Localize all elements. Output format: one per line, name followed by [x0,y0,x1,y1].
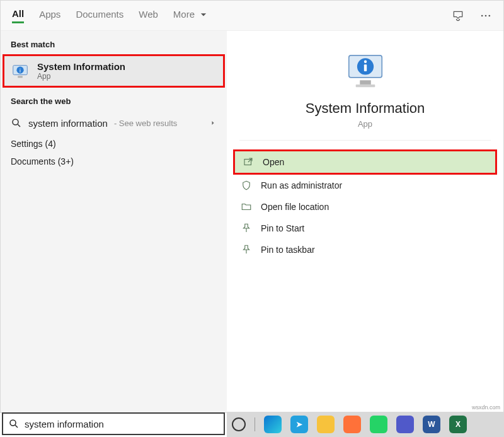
svg-line-8 [18,124,20,127]
taskbar-telegram-icon[interactable]: ➤ [290,416,308,433]
search-input[interactable] [25,419,219,429]
svg-point-11 [364,61,366,63]
search-web-heading: Search the web [1,88,227,111]
taskbar-explorer-icon[interactable] [317,416,335,433]
actions-list: Open Run as administrator Open file loca… [227,149,503,260]
taskbar-excel-icon[interactable]: X [449,416,467,433]
detail-subtitle: App [358,119,372,129]
tab-all[interactable]: All [12,8,24,23]
best-match-heading: Best match [1,31,227,54]
pin-icon [241,244,252,255]
chevron-down-icon [197,8,210,21]
svg-line-17 [15,425,18,428]
best-match-subtitle: App [37,72,125,81]
more-icon[interactable] [479,9,492,22]
svg-text:i: i [20,67,21,73]
taskbar-whatsapp-icon[interactable] [370,416,387,433]
detail-title: System Information [306,100,425,117]
action-label: Pin to Start [261,223,304,233]
svg-rect-14 [355,84,375,87]
taskbar-teams-icon[interactable] [396,416,414,433]
pin-icon [241,223,252,234]
system-information-icon: i [11,62,30,81]
feedback-icon[interactable] [452,9,464,22]
action-label: Open [263,157,284,167]
action-pin-to-taskbar[interactable]: Pin to taskbar [233,239,497,260]
action-label: Pin to taskbar [261,245,315,255]
svg-point-1 [485,15,487,16]
category-documents[interactable]: Documents (3+) [1,153,227,170]
windows-search-flyout: All Apps Documents Web More Best match i [0,0,504,413]
search-icon [8,418,20,429]
web-result-text: system information [28,118,108,129]
open-icon [243,156,254,168]
action-label: Run as administrator [261,180,342,190]
svg-rect-6 [18,76,23,78]
action-open-file-location[interactable]: Open file location [233,196,497,218]
results-list: Best match i System Information App Sear… [1,31,227,412]
tab-more[interactable]: More [173,8,210,23]
action-label: Open file location [261,202,329,212]
search-icon [11,117,22,129]
taskbar: ➤ W X [227,412,504,437]
svg-point-7 [13,119,18,125]
taskbar-firefox-icon[interactable] [343,416,361,433]
taskbar-separator [255,417,255,431]
chevron-right-icon [209,119,217,127]
cortana-icon[interactable] [232,417,246,431]
web-result-secondary: - See web results [114,119,177,128]
details-pane: System Information App Open Run as admin… [227,31,503,412]
taskbar-edge-icon[interactable] [264,416,282,433]
tab-documents[interactable]: Documents [76,9,123,22]
search-box[interactable] [2,412,225,435]
svg-point-2 [489,15,491,16]
svg-rect-13 [360,80,371,84]
search-tabs: All Apps Documents Web More [1,1,503,31]
taskbar-word-icon[interactable]: W [423,416,440,433]
action-pin-to-start[interactable]: Pin to Start [233,218,497,239]
svg-point-16 [10,420,16,426]
web-result-item[interactable]: system information - See web results [1,111,227,135]
category-settings[interactable]: Settings (4) [1,135,227,153]
detail-app-icon [343,49,387,93]
best-match-title: System Information [37,61,125,72]
tab-web[interactable]: Web [139,9,158,22]
watermark: wsxdn.com [472,404,500,411]
folder-icon [241,201,252,213]
shield-icon [241,180,252,191]
action-run-as-admin[interactable]: Run as administrator [233,175,497,196]
action-open[interactable]: Open [233,149,497,175]
best-match-item[interactable]: i System Information App [3,54,225,88]
svg-rect-12 [364,64,366,71]
svg-point-0 [481,15,483,16]
tab-apps[interactable]: Apps [39,9,60,22]
